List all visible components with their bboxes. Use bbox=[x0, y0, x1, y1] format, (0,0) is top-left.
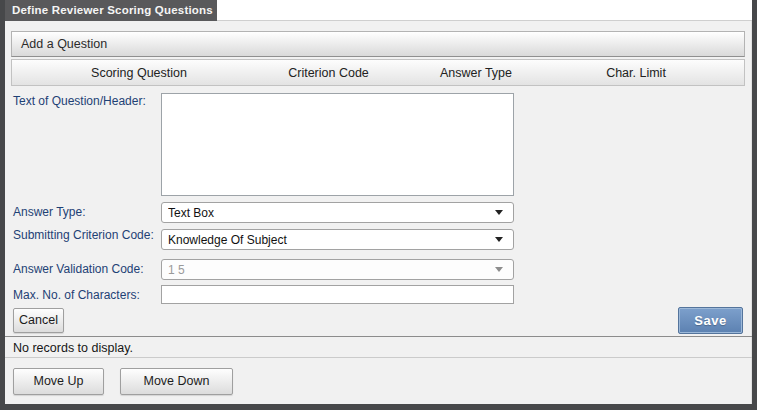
max-chars-label: Max. No. of Characters: bbox=[13, 288, 173, 303]
window-frame-bottom bbox=[0, 404, 757, 410]
max-chars-input[interactable] bbox=[161, 285, 514, 304]
criterion-code-row: Submitting Criterion Code: bbox=[13, 228, 159, 243]
save-button[interactable]: Save bbox=[678, 307, 743, 334]
no-records-status: No records to display. bbox=[13, 341, 743, 357]
question-text-input[interactable] bbox=[161, 93, 514, 196]
title-bar: Define Reviewer Scoring Questions bbox=[5, 0, 752, 21]
column-header-scoring-question: Scoring Question bbox=[12, 66, 266, 80]
question-text-row: Text of Question/Header: bbox=[13, 94, 159, 109]
define-questions-panel: Add a Question Scoring Question Criterio… bbox=[5, 21, 752, 404]
section-header-add-question: Add a Question bbox=[11, 31, 745, 57]
move-up-button[interactable]: Move Up bbox=[13, 368, 104, 395]
criterion-code-label: Submitting Criterion Code: bbox=[13, 228, 159, 243]
validation-code-label: Answer Validation Code: bbox=[13, 262, 173, 277]
section-header-label: Add a Question bbox=[12, 32, 744, 56]
page-title: Define Reviewer Scoring Questions bbox=[5, 0, 217, 21]
move-down-button[interactable]: Move Down bbox=[120, 368, 233, 395]
validation-code-selected-value: 1 5 bbox=[168, 263, 495, 277]
answer-type-row: Answer Type: bbox=[13, 205, 159, 220]
grid-column-header-row: Scoring Question Criterion Code Answer T… bbox=[11, 59, 745, 86]
question-text-label: Text of Question/Header: bbox=[13, 94, 159, 109]
criterion-code-selected-value: Knowledge Of Subject bbox=[168, 233, 495, 247]
chevron-down-icon bbox=[495, 267, 503, 272]
window-frame-left bbox=[0, 0, 5, 410]
answer-type-select[interactable]: Text Box bbox=[161, 202, 514, 223]
chevron-down-icon bbox=[495, 210, 503, 215]
chevron-down-icon bbox=[495, 237, 503, 242]
window: Define Reviewer Scoring Questions Add a … bbox=[0, 0, 757, 410]
max-chars-row: Max. No. of Characters: bbox=[13, 288, 173, 303]
cancel-button[interactable]: Cancel bbox=[13, 308, 64, 333]
column-header-char-limit: Char. Limit bbox=[561, 66, 711, 80]
grid-divider bbox=[5, 336, 752, 337]
column-header-criterion-code: Criterion Code bbox=[266, 66, 391, 80]
answer-type-selected-value: Text Box bbox=[168, 206, 495, 220]
validation-code-row: Answer Validation Code: bbox=[13, 262, 173, 277]
footer-divider bbox=[5, 357, 752, 358]
answer-type-label: Answer Type: bbox=[13, 205, 159, 220]
criterion-code-select[interactable]: Knowledge Of Subject bbox=[161, 229, 514, 250]
window-frame-right bbox=[752, 0, 757, 410]
validation-code-select: 1 5 bbox=[161, 259, 514, 280]
column-header-answer-type: Answer Type bbox=[391, 66, 561, 80]
